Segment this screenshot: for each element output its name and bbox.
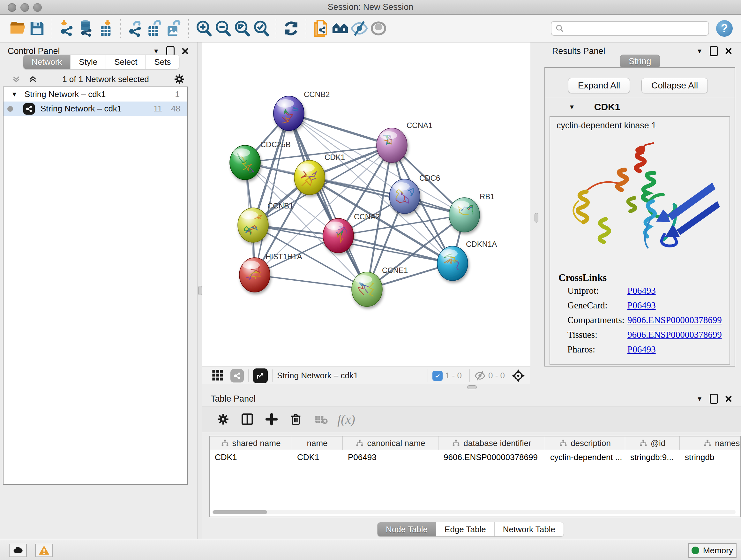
hide-results-button[interactable] [350, 18, 369, 39]
table-options-button[interactable] [213, 409, 233, 429]
import-network-file-button[interactable] [57, 18, 77, 39]
help-button[interactable]: ? [716, 20, 733, 37]
table-cell[interactable]: cyclin-dependent ... [545, 450, 625, 464]
expand-all-icon[interactable] [28, 74, 38, 84]
node-CDKN1A[interactable]: CDKN1A [437, 240, 497, 281]
column-header--id[interactable]: @id [625, 436, 680, 450]
right-splitter-handle[interactable] [535, 213, 538, 223]
network-collection-row[interactable]: ▼ String Network – cdk1 1 [3, 87, 187, 102]
tab-style[interactable]: Style [70, 55, 106, 69]
function-builder-button[interactable]: f(x) [336, 409, 356, 429]
column-header-description[interactable]: description [545, 436, 625, 450]
network-row[interactable]: String Network – cdk1 11 48 [3, 102, 187, 116]
protein-entry-header[interactable]: ▼ CDK1 [548, 98, 732, 116]
network-type-button[interactable] [230, 369, 244, 382]
zoom-out-button[interactable] [213, 18, 232, 39]
tab-select[interactable]: Select [106, 55, 145, 69]
zoom-selected-button[interactable] [252, 18, 271, 39]
delete-table-button[interactable] [312, 409, 331, 429]
column-header-canonical-name[interactable]: canonical name [343, 436, 439, 450]
warnings-button[interactable] [35, 544, 53, 557]
crosslink-link[interactable]: P06493 [627, 300, 656, 315]
edge-CCNE1-HIST1H1A[interactable] [255, 275, 367, 289]
scrollbar-thumb[interactable] [213, 510, 267, 514]
string-network-graph[interactable]: CCNB2CCNA1CDC25BCDK1CDC6RB1CCNB1CCNA2CDK… [202, 43, 530, 367]
import-network-database-button[interactable] [77, 18, 96, 39]
import-table-button[interactable] [96, 18, 115, 39]
node-CDK1[interactable]: CDK1 [294, 153, 345, 195]
panel-float-icon[interactable] [710, 394, 718, 404]
edge-CCNB2-CCNE1[interactable] [289, 113, 367, 289]
export-network-button[interactable] [126, 18, 145, 39]
string-home-button[interactable] [331, 18, 350, 39]
panel-menu-icon[interactable]: ▼ [696, 48, 703, 55]
string-import-button[interactable] [312, 18, 331, 39]
export-image-button[interactable] [164, 18, 183, 39]
horizontal-splitter-handle[interactable] [467, 385, 477, 389]
panel-menu-icon[interactable]: ▼ [696, 395, 703, 402]
collection-expand-icon[interactable]: ▼ [11, 91, 17, 98]
export-table-button[interactable] [145, 18, 164, 39]
right-splitter[interactable] [530, 43, 542, 390]
cloud-status-button[interactable] [9, 544, 27, 557]
column-header-shared-name[interactable]: shared name [210, 436, 292, 450]
edge-CCNB2-CCNA1[interactable] [289, 113, 392, 145]
left-splitter[interactable] [198, 43, 202, 539]
table-cell[interactable]: CDK1 [210, 450, 292, 464]
panel-close-icon[interactable] [182, 48, 189, 55]
memory-button[interactable]: Memory [688, 543, 737, 558]
panel-close-icon[interactable] [725, 395, 732, 402]
table-horizontal-scrollbar[interactable] [212, 510, 736, 514]
network-options-gear-icon[interactable] [174, 73, 185, 85]
node-RB1[interactable]: RB1 [449, 192, 495, 232]
panel-close-icon[interactable] [725, 48, 732, 55]
edge-CCNB2-HIST1H1A[interactable] [255, 113, 289, 275]
tab-edge-table[interactable]: Edge Table [436, 522, 494, 537]
node-CCNE1[interactable]: CCNE1 [352, 266, 408, 307]
table-cell[interactable]: stringdb [680, 450, 741, 464]
zoom-in-button[interactable] [194, 18, 213, 39]
edge-CDK1-RB1[interactable] [310, 178, 464, 215]
tab-node-table[interactable]: Node Table [378, 522, 436, 537]
network-canvas[interactable]: CCNB2CCNA1CDC25BCDK1CDC6RB1CCNB1CCNA2CDK… [202, 43, 530, 367]
table-cell[interactable]: CDK1 [292, 450, 343, 464]
column-header-namespace[interactable]: namespace [680, 436, 741, 450]
open-session-button[interactable] [8, 18, 27, 39]
show-eye-button[interactable] [369, 18, 388, 39]
table-cell[interactable]: 9606.ENSP00000378699 [439, 450, 545, 464]
table-cell[interactable]: stringdb:9... [625, 450, 680, 464]
table-cell[interactable]: P06493 [343, 450, 439, 464]
save-session-button[interactable] [27, 18, 47, 39]
birds-eye-view-button[interactable] [211, 369, 224, 383]
create-column-button[interactable] [262, 409, 281, 429]
column-header-database-identifier[interactable]: database identifier [439, 436, 545, 450]
collapse-all-button[interactable]: Collapse All [642, 78, 708, 93]
crosslink-link[interactable]: P06493 [627, 286, 656, 300]
tab-network-table[interactable]: Network Table [494, 522, 563, 537]
refresh-button[interactable] [281, 18, 300, 39]
zoom-fit-button[interactable] [232, 18, 252, 39]
tab-network[interactable]: Network [23, 55, 70, 69]
column-header-name[interactable]: name [292, 436, 343, 450]
delete-column-button[interactable] [286, 409, 306, 429]
panel-float-icon[interactable] [710, 46, 718, 56]
tab-string[interactable]: String [620, 55, 660, 68]
panel-menu-icon[interactable]: ▼ [153, 48, 159, 55]
show-columns-button[interactable] [238, 409, 257, 429]
search-input[interactable] [567, 23, 704, 34]
hidden-eye-icon[interactable] [474, 370, 486, 381]
entry-expand-icon[interactable]: ▼ [569, 104, 575, 111]
crosslink-link[interactable]: 9606.ENSP00000378699 [627, 315, 722, 329]
crosslink-link[interactable]: P06493 [627, 344, 656, 359]
detach-view-button[interactable] [253, 368, 268, 383]
left-splitter-handle[interactable] [198, 286, 202, 295]
search-field[interactable] [551, 21, 709, 36]
tab-sets[interactable]: Sets [145, 55, 179, 69]
collapse-all-icon[interactable] [11, 74, 21, 84]
crosslink-link[interactable]: 9606.ENSP00000378699 [627, 329, 722, 344]
node-CDC25B[interactable]: CDC25B [230, 140, 291, 180]
table-row[interactable]: CDK1CDK1P064939606.ENSP00000378699cyclin… [210, 450, 740, 464]
selected-checkbox-icon[interactable] [432, 371, 443, 381]
expand-all-button[interactable]: Expand All [568, 78, 630, 93]
crosshair-icon[interactable] [511, 369, 525, 383]
